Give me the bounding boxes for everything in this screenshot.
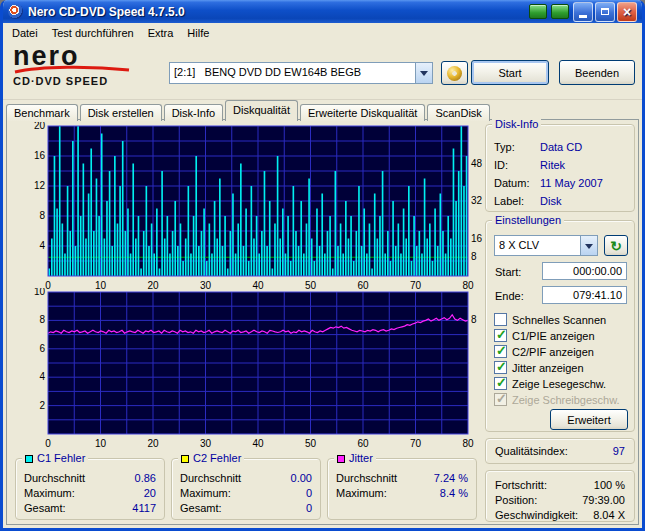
nero-logo: nero CD·DVD SPEED (13, 43, 163, 87)
tab-strip: Benchmark Disk erstellen Disk-Info Diskq… (6, 100, 492, 121)
stat-row: Durchschnitt 7.24 % (336, 471, 468, 486)
checkbox-zeige-schreibgeschw: Zeige Schreibgeschw. (494, 393, 630, 406)
titlebar-buttons: × (529, 2, 637, 22)
speed-select-dropdown-button[interactable] (580, 236, 597, 255)
quality-index-value: 97 (613, 444, 625, 459)
stat-row: Gesamt: 4117 (24, 501, 156, 516)
svg-text:20: 20 (147, 438, 159, 449)
checkbox-icon[interactable] (494, 345, 507, 358)
chevron-down-icon (420, 71, 428, 80)
speed-value: 8.04 X (593, 508, 625, 523)
stat-row: Maximum: 0 (180, 486, 312, 501)
menu-extra[interactable]: Extra (141, 25, 181, 41)
c2-color-swatch (181, 455, 189, 463)
svg-text:4: 4 (39, 371, 45, 382)
stat-row: Maximum: 8.4 % (336, 486, 468, 501)
svg-text:60: 60 (357, 438, 369, 449)
checkbox-icon (494, 393, 507, 406)
c1-error-chart: 48121620816324801020304050607080 (22, 122, 492, 296)
tab-scandisk[interactable]: ScanDisk (427, 104, 489, 121)
settings-title: Einstellungen (492, 214, 564, 227)
tab-disk-erstellen[interactable]: Disk erstellen (80, 104, 162, 121)
speed-row: Geschwindigkeit: 8.04 X (486, 508, 634, 523)
maximize-button[interactable] (595, 2, 615, 22)
c2-stats-box: C2 Fehler Durchschnitt 0.00 Maximum: 0 G… (171, 458, 321, 520)
menu-datei[interactable]: Datei (5, 25, 45, 41)
drive-select-dropdown-button[interactable] (415, 63, 432, 83)
quality-index-label: Qualitätsindex: (495, 444, 568, 459)
close-button[interactable]: × (617, 2, 637, 22)
start-time-field[interactable]: 000:00.00 (542, 262, 627, 280)
menu-hilfe[interactable]: Hilfe (180, 25, 216, 41)
svg-text:8: 8 (471, 314, 477, 325)
checkbox-schnelles-scannen[interactable]: Schnelles Scannen (494, 313, 630, 326)
advanced-button[interactable]: Erweitert (550, 409, 628, 430)
start-button[interactable]: Start (471, 60, 549, 85)
checkbox-c1-pie-anzeigen[interactable]: C1/PIE anzeigen (494, 329, 630, 342)
quality-index-box: Qualitätsindex: 97 (485, 438, 635, 464)
end-time-field[interactable]: 079:41.10 (542, 286, 627, 304)
tab-diskqualitaet[interactable]: Diskqualität (225, 100, 298, 121)
drive-select[interactable]: [2:1] BENQ DVD DD EW164B BEGB (169, 62, 433, 84)
disk-info-box: Disk-Info Typ: Data CD ID: Ritek Datum: … (485, 124, 635, 212)
svg-text:30: 30 (200, 438, 212, 449)
tab-benchmark[interactable]: Benchmark (6, 104, 78, 121)
progress-value: 100 % (594, 478, 625, 493)
drive-select-value: [2:1] BENQ DVD DD EW164B BEGB (170, 63, 415, 83)
checkbox-jitter-anzeigen[interactable]: Jitter anzeigen (494, 361, 630, 374)
svg-text:70: 70 (410, 438, 422, 449)
checkbox-icon[interactable] (494, 313, 507, 326)
svg-text:50: 50 (305, 438, 317, 449)
stat-row: Durchschnitt 0.86 (24, 471, 156, 486)
checkbox-icon[interactable] (494, 377, 507, 390)
tab-erweiterte-diskqualitaet[interactable]: Erweiterte Diskqualität (300, 104, 425, 121)
svg-text:12: 12 (34, 180, 46, 191)
disk-info-row: ID: Ritek (494, 156, 626, 174)
svg-text:16: 16 (34, 150, 46, 161)
titlebar-extra-icon-1[interactable] (529, 4, 547, 19)
speed-select[interactable]: 8 X CLV (494, 235, 598, 256)
disk-info-title: Disk-Info (492, 118, 541, 131)
end-time-label: Ende: (495, 287, 524, 305)
settings-box: Einstellungen 8 X CLV ↻ Start: 000:00.00… (485, 220, 635, 432)
stat-row: Gesamt: 0 (180, 501, 312, 516)
eject-button[interactable] (441, 61, 468, 85)
refresh-button[interactable]: ↻ (604, 235, 628, 256)
checkbox-zeige-lesegeschw[interactable]: Zeige Lesegeschw. (494, 377, 630, 390)
menu-bar: Datei Test durchführen Extra Hilfe (3, 23, 642, 42)
start-time-label: Start: (495, 263, 521, 281)
svg-text:48: 48 (471, 158, 483, 169)
nero-logo-subtext: CD·DVD SPEED (13, 75, 163, 87)
disk-info-row: Typ: Data CD (494, 138, 626, 156)
svg-text:10: 10 (95, 438, 107, 449)
app-icon (8, 4, 23, 19)
disc-icon (447, 66, 462, 81)
svg-text:8: 8 (39, 314, 45, 325)
titlebar-extra-icon-2[interactable] (551, 4, 569, 19)
svg-text:20: 20 (34, 122, 46, 131)
disk-info-row: Datum: 11 May 2007 (494, 174, 626, 192)
c1-stats-title: C1 Fehler (37, 452, 85, 465)
tab-disk-info[interactable]: Disk-Info (164, 104, 223, 121)
c2-stats-title: C2 Fehler (193, 452, 241, 465)
stat-row: Maximum: 20 (24, 486, 156, 501)
svg-text:40: 40 (252, 438, 264, 449)
checkbox-icon[interactable] (494, 329, 507, 342)
svg-text:2: 2 (39, 400, 45, 411)
checkbox-c2-pif-anzeigen[interactable]: C2/PIF anzeigen (494, 345, 630, 358)
svg-text:4: 4 (39, 240, 45, 251)
c1-stats-box: C1 Fehler Durchschnitt 0.86 Maximum: 20 … (15, 458, 165, 520)
window-title: Nero CD-DVD Speed 4.7.5.0 (28, 5, 529, 19)
app-window: Nero CD-DVD Speed 4.7.5.0 × Datei Test d… (0, 0, 645, 531)
jitter-color-swatch (337, 455, 345, 463)
position-value: 79:39.00 (582, 493, 625, 508)
stat-row: Durchschnitt 0.00 (180, 471, 312, 486)
chevron-down-icon (585, 244, 593, 253)
minimize-button[interactable] (573, 2, 593, 22)
titlebar[interactable]: Nero CD-DVD Speed 4.7.5.0 × (3, 0, 642, 23)
menu-test-durchfuehren[interactable]: Test durchführen (45, 25, 141, 41)
quit-button[interactable]: Beenden (559, 60, 635, 85)
svg-text:8: 8 (39, 210, 45, 221)
checkbox-icon[interactable] (494, 361, 507, 374)
jitter-stats-title: Jitter (349, 452, 373, 465)
